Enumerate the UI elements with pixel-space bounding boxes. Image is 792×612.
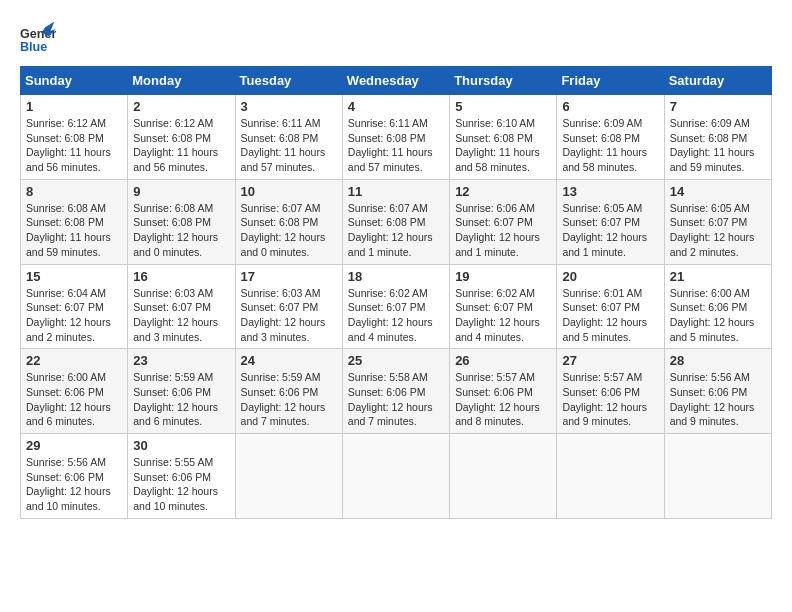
- sunset-label: Sunset: 6:07 PM: [348, 301, 426, 313]
- day-info: Sunrise: 6:11 AM Sunset: 6:08 PM Dayligh…: [241, 116, 337, 175]
- sunset-label: Sunset: 6:08 PM: [133, 216, 211, 228]
- sunset-label: Sunset: 6:08 PM: [670, 132, 748, 144]
- day-number: 1: [26, 99, 122, 114]
- daylight-label: Daylight: 12 hours and 5 minutes.: [670, 316, 755, 343]
- sunset-label: Sunset: 6:08 PM: [348, 132, 426, 144]
- week-row-5: 29 Sunrise: 5:56 AM Sunset: 6:06 PM Dayl…: [21, 434, 772, 519]
- sunset-label: Sunset: 6:06 PM: [133, 471, 211, 483]
- sunrise-label: Sunrise: 6:09 AM: [670, 117, 750, 129]
- sunset-label: Sunset: 6:07 PM: [26, 301, 104, 313]
- daylight-label: Daylight: 11 hours and 58 minutes.: [455, 146, 540, 173]
- calendar-cell: [664, 434, 771, 519]
- daylight-label: Daylight: 12 hours and 10 minutes.: [26, 485, 111, 512]
- day-info: Sunrise: 6:09 AM Sunset: 6:08 PM Dayligh…: [562, 116, 658, 175]
- day-number: 25: [348, 353, 444, 368]
- sunrise-label: Sunrise: 6:04 AM: [26, 287, 106, 299]
- header-monday: Monday: [128, 67, 235, 95]
- day-info: Sunrise: 5:58 AM Sunset: 6:06 PM Dayligh…: [348, 370, 444, 429]
- day-info: Sunrise: 6:00 AM Sunset: 6:06 PM Dayligh…: [26, 370, 122, 429]
- day-number: 3: [241, 99, 337, 114]
- day-info: Sunrise: 6:00 AM Sunset: 6:06 PM Dayligh…: [670, 286, 766, 345]
- day-number: 9: [133, 184, 229, 199]
- day-info: Sunrise: 6:10 AM Sunset: 6:08 PM Dayligh…: [455, 116, 551, 175]
- day-info: Sunrise: 6:08 AM Sunset: 6:08 PM Dayligh…: [133, 201, 229, 260]
- day-number: 28: [670, 353, 766, 368]
- sunrise-label: Sunrise: 6:08 AM: [133, 202, 213, 214]
- header-sunday: Sunday: [21, 67, 128, 95]
- sunset-label: Sunset: 6:08 PM: [455, 132, 533, 144]
- header-saturday: Saturday: [664, 67, 771, 95]
- sunrise-label: Sunrise: 6:02 AM: [348, 287, 428, 299]
- sunrise-label: Sunrise: 5:58 AM: [348, 371, 428, 383]
- calendar-cell: 16 Sunrise: 6:03 AM Sunset: 6:07 PM Dayl…: [128, 264, 235, 349]
- day-number: 15: [26, 269, 122, 284]
- day-number: 22: [26, 353, 122, 368]
- day-info: Sunrise: 6:02 AM Sunset: 6:07 PM Dayligh…: [348, 286, 444, 345]
- sunset-label: Sunset: 6:06 PM: [670, 301, 748, 313]
- daylight-label: Daylight: 12 hours and 6 minutes.: [133, 401, 218, 428]
- day-info: Sunrise: 6:05 AM Sunset: 6:07 PM Dayligh…: [562, 201, 658, 260]
- calendar-cell: 21 Sunrise: 6:00 AM Sunset: 6:06 PM Dayl…: [664, 264, 771, 349]
- day-info: Sunrise: 6:01 AM Sunset: 6:07 PM Dayligh…: [562, 286, 658, 345]
- calendar-cell: 9 Sunrise: 6:08 AM Sunset: 6:08 PM Dayli…: [128, 179, 235, 264]
- day-number: 27: [562, 353, 658, 368]
- day-number: 8: [26, 184, 122, 199]
- sunset-label: Sunset: 6:08 PM: [26, 216, 104, 228]
- calendar-cell: 23 Sunrise: 5:59 AM Sunset: 6:06 PM Dayl…: [128, 349, 235, 434]
- sunrise-label: Sunrise: 5:59 AM: [133, 371, 213, 383]
- sunset-label: Sunset: 6:08 PM: [133, 132, 211, 144]
- daylight-label: Daylight: 11 hours and 57 minutes.: [348, 146, 433, 173]
- day-info: Sunrise: 5:55 AM Sunset: 6:06 PM Dayligh…: [133, 455, 229, 514]
- day-number: 29: [26, 438, 122, 453]
- sunrise-label: Sunrise: 6:03 AM: [133, 287, 213, 299]
- calendar-header-row: SundayMondayTuesdayWednesdayThursdayFrid…: [21, 67, 772, 95]
- day-number: 21: [670, 269, 766, 284]
- day-number: 23: [133, 353, 229, 368]
- week-row-2: 8 Sunrise: 6:08 AM Sunset: 6:08 PM Dayli…: [21, 179, 772, 264]
- daylight-label: Daylight: 12 hours and 2 minutes.: [26, 316, 111, 343]
- calendar-cell: [450, 434, 557, 519]
- sunrise-label: Sunrise: 6:05 AM: [670, 202, 750, 214]
- daylight-label: Daylight: 12 hours and 9 minutes.: [670, 401, 755, 428]
- day-number: 14: [670, 184, 766, 199]
- header-tuesday: Tuesday: [235, 67, 342, 95]
- sunrise-label: Sunrise: 5:55 AM: [133, 456, 213, 468]
- header-friday: Friday: [557, 67, 664, 95]
- daylight-label: Daylight: 12 hours and 7 minutes.: [241, 401, 326, 428]
- daylight-label: Daylight: 12 hours and 3 minutes.: [241, 316, 326, 343]
- sunset-label: Sunset: 6:06 PM: [26, 471, 104, 483]
- sunset-label: Sunset: 6:07 PM: [241, 301, 319, 313]
- logo-icon: General Blue: [20, 20, 56, 56]
- daylight-label: Daylight: 12 hours and 5 minutes.: [562, 316, 647, 343]
- sunrise-label: Sunrise: 6:08 AM: [26, 202, 106, 214]
- daylight-label: Daylight: 11 hours and 59 minutes.: [26, 231, 111, 258]
- calendar-cell: [235, 434, 342, 519]
- page-header: General Blue: [20, 20, 772, 56]
- day-number: 18: [348, 269, 444, 284]
- sunrise-label: Sunrise: 5:57 AM: [562, 371, 642, 383]
- sunrise-label: Sunrise: 5:56 AM: [26, 456, 106, 468]
- sunrise-label: Sunrise: 6:00 AM: [670, 287, 750, 299]
- calendar-cell: 4 Sunrise: 6:11 AM Sunset: 6:08 PM Dayli…: [342, 95, 449, 180]
- daylight-label: Daylight: 11 hours and 59 minutes.: [670, 146, 755, 173]
- sunrise-label: Sunrise: 5:57 AM: [455, 371, 535, 383]
- calendar-cell: 30 Sunrise: 5:55 AM Sunset: 6:06 PM Dayl…: [128, 434, 235, 519]
- calendar-cell: 20 Sunrise: 6:01 AM Sunset: 6:07 PM Dayl…: [557, 264, 664, 349]
- day-info: Sunrise: 6:07 AM Sunset: 6:08 PM Dayligh…: [241, 201, 337, 260]
- calendar-cell: 24 Sunrise: 5:59 AM Sunset: 6:06 PM Dayl…: [235, 349, 342, 434]
- daylight-label: Daylight: 12 hours and 4 minutes.: [348, 316, 433, 343]
- day-info: Sunrise: 5:57 AM Sunset: 6:06 PM Dayligh…: [455, 370, 551, 429]
- day-number: 20: [562, 269, 658, 284]
- day-number: 30: [133, 438, 229, 453]
- daylight-label: Daylight: 12 hours and 0 minutes.: [241, 231, 326, 258]
- day-info: Sunrise: 6:03 AM Sunset: 6:07 PM Dayligh…: [133, 286, 229, 345]
- sunset-label: Sunset: 6:07 PM: [562, 301, 640, 313]
- header-thursday: Thursday: [450, 67, 557, 95]
- sunrise-label: Sunrise: 6:00 AM: [26, 371, 106, 383]
- day-number: 11: [348, 184, 444, 199]
- day-info: Sunrise: 5:57 AM Sunset: 6:06 PM Dayligh…: [562, 370, 658, 429]
- day-info: Sunrise: 6:03 AM Sunset: 6:07 PM Dayligh…: [241, 286, 337, 345]
- week-row-3: 15 Sunrise: 6:04 AM Sunset: 6:07 PM Dayl…: [21, 264, 772, 349]
- daylight-label: Daylight: 12 hours and 0 minutes.: [133, 231, 218, 258]
- calendar-table: SundayMondayTuesdayWednesdayThursdayFrid…: [20, 66, 772, 519]
